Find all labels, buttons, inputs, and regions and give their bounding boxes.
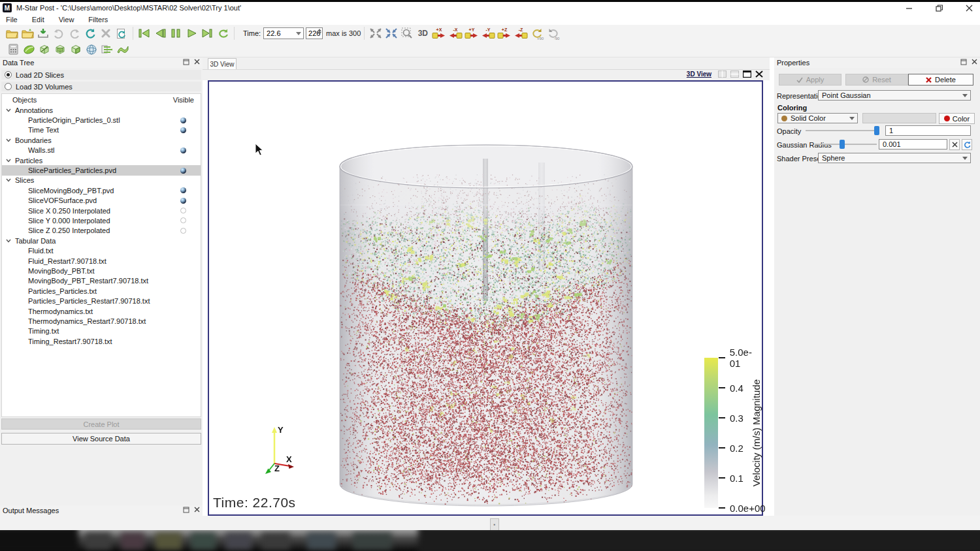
visibility-eye-icon[interactable] [180, 228, 186, 234]
3d-viewport[interactable]: 5.0e-010.40.30.20.10.0e+00 Velocity (m/s… [208, 80, 763, 516]
visibility-eye-icon[interactable] [180, 187, 186, 193]
visibility-eye-icon[interactable] [180, 208, 186, 213]
frame-spinner[interactable]: 226 [306, 27, 323, 39]
tree-group-row[interactable]: Particles [2, 155, 201, 165]
opacity-slider[interactable] [806, 126, 879, 135]
skip-to-start-icon[interactable] [137, 26, 152, 40]
minimize-button[interactable] [903, 3, 915, 13]
tree-group-row[interactable]: Boundaries [2, 135, 201, 145]
split-vertical-icon[interactable] [730, 71, 739, 78]
representation-select[interactable]: Point Gaussian [818, 90, 971, 101]
clip-box-icon[interactable] [37, 42, 52, 57]
time-combobox[interactable]: 22.6 [263, 27, 304, 39]
tree-item-row[interactable]: Particles_Particles.txt [2, 286, 201, 296]
tree-item-row[interactable]: Slice X 0.250 Interpolated [2, 206, 201, 215]
rotate-view-button-cw[interactable]: -90 [545, 26, 561, 40]
radio-off-icon[interactable] [5, 83, 12, 90]
spin-down-icon[interactable] [318, 32, 321, 35]
view-axis-button-minusY[interactable]: -Y [480, 26, 496, 40]
zoom-box-icon[interactable] [399, 26, 415, 40]
open-recent-folder-icon[interactable] [20, 26, 35, 40]
3d-view-link[interactable]: 3D View [687, 71, 711, 78]
colorbar[interactable] [704, 358, 718, 508]
tree-group-row[interactable]: Annotations [2, 105, 201, 115]
tree-item-row[interactable]: Slice Y 0.000 Interpolated [2, 215, 201, 225]
create-plot-button[interactable]: Create Plot [1, 418, 201, 430]
color-picker-button[interactable]: Color [939, 113, 975, 124]
chevron-down-icon[interactable] [6, 239, 12, 243]
refresh-icon[interactable] [82, 26, 98, 40]
open-folder-icon[interactable] [4, 26, 20, 40]
gaussian-radius-input[interactable]: 0.001 [879, 139, 947, 150]
close-panel-icon[interactable] [972, 59, 977, 65]
menu-edit[interactable]: Edit [32, 16, 44, 24]
fit-data-icon[interactable] [384, 26, 399, 40]
close-button[interactable] [963, 3, 975, 13]
view-axis-button-plusX[interactable]: +X [431, 26, 447, 40]
tree-item-row[interactable]: Fluid_Restart7.90718.txt [2, 256, 201, 266]
tree-item-row[interactable]: Walls.stl [2, 146, 201, 155]
tree-item-row[interactable]: MovingBody_PBT_Restart7.90718.txt [2, 276, 201, 286]
opacity-input[interactable]: 1 [885, 125, 971, 136]
tree-group-row[interactable]: Tabular Data [2, 236, 201, 245]
contour-icon[interactable] [115, 42, 131, 57]
reset-button[interactable]: Reset [845, 74, 908, 86]
refresh-value-button[interactable] [962, 139, 972, 150]
visibility-eye-icon[interactable] [180, 198, 186, 204]
undo-icon[interactable] [51, 26, 67, 40]
tree-group-row[interactable]: Slices [2, 176, 201, 185]
redo-icon[interactable] [67, 26, 82, 40]
tree-item-row[interactable]: Fluid.txt [2, 245, 201, 255]
chevron-down-icon[interactable] [6, 159, 12, 163]
view-axis-button-plusY[interactable]: +Y [463, 26, 480, 40]
pause-icon[interactable] [168, 26, 184, 40]
close-view-icon[interactable] [755, 71, 763, 78]
calculator-icon[interactable] [5, 42, 21, 57]
visibility-eye-icon[interactable] [180, 118, 186, 123]
view-source-data-button[interactable]: View Source Data [1, 433, 201, 445]
view-axis-button-minusX[interactable]: -X [447, 26, 463, 40]
tree-item-row[interactable]: Thermodynamics_Restart7.90718.txt [2, 316, 201, 326]
tree-item-row[interactable]: Time Text [2, 125, 201, 135]
shader-preset-select[interactable]: Sphere [818, 153, 971, 163]
extract-box-icon[interactable] [68, 42, 84, 57]
tree-item-row[interactable]: Timing_Restart7.90718.txt [2, 336, 201, 346]
rotate-view-button-ccw[interactable]: +90 [529, 26, 545, 40]
spin-up-icon[interactable] [318, 29, 321, 31]
chevron-down-icon[interactable] [6, 108, 12, 112]
float-panel-icon[interactable] [960, 59, 967, 65]
glyph-sphere-icon[interactable] [84, 42, 99, 57]
menu-view[interactable]: View [59, 16, 74, 24]
toggle-3d-button[interactable]: 3D [415, 26, 431, 40]
load-3d-volumes-radio[interactable]: Load 3D Volumes [1, 82, 201, 91]
slider-handle[interactable] [874, 126, 879, 135]
delete-button[interactable]: Delete [908, 74, 973, 86]
cancel-icon[interactable] [98, 26, 114, 40]
reload-file-icon[interactable] [114, 26, 129, 40]
close-panel-icon[interactable] [194, 507, 200, 512]
splitter-handle[interactable]: ▪ [490, 518, 499, 531]
visibility-eye-icon[interactable] [180, 168, 186, 174]
gaussian-radius-slider[interactable] [815, 140, 877, 149]
load-2d-slices-radio[interactable]: Load 2D Slices [1, 70, 201, 80]
skip-to-end-icon[interactable] [199, 26, 215, 40]
step-back-icon[interactable] [152, 26, 168, 40]
view-axis-button-minusZ[interactable]: -Z [512, 26, 529, 40]
split-horizontal-icon[interactable] [718, 71, 727, 78]
apply-button[interactable]: Apply [779, 74, 841, 86]
radio-on-icon[interactable] [5, 71, 12, 78]
slice-box-icon[interactable] [52, 42, 68, 57]
stream-tracer-icon[interactable] [99, 42, 115, 57]
tab-3d-view[interactable]: 3D View [208, 58, 237, 69]
clear-value-button[interactable] [949, 139, 960, 150]
view-axis-button-plusZ[interactable]: +Z [496, 26, 512, 40]
visibility-eye-icon[interactable] [180, 127, 186, 133]
tree-item-row[interactable]: Particles_Particles_Restart7.90718.txt [2, 296, 201, 306]
chevron-down-icon[interactable] [6, 138, 12, 142]
float-panel-icon[interactable] [183, 59, 189, 65]
ellipsoid-slice-icon[interactable] [21, 42, 37, 57]
slider-handle[interactable] [840, 140, 845, 149]
tree-item-row[interactable]: Thermodynamics.txt [2, 306, 201, 316]
float-panel-icon[interactable] [183, 507, 189, 513]
visibility-eye-icon[interactable] [180, 217, 186, 223]
